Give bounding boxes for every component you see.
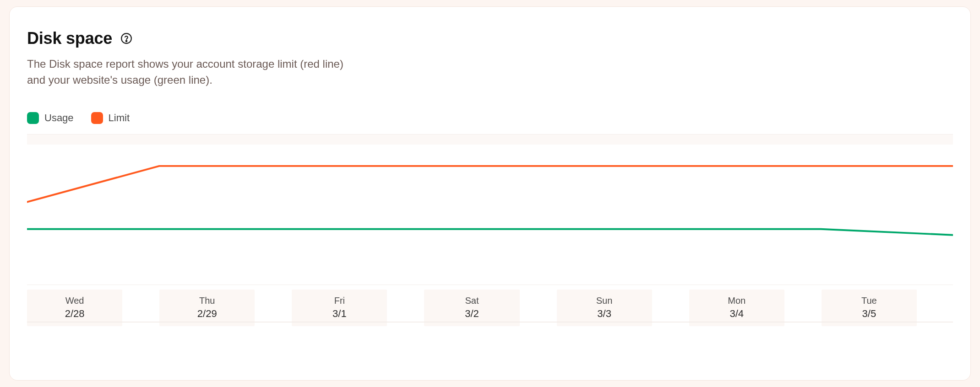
series-usage [27,229,953,235]
xaxis-dow: Mon [728,296,746,306]
xaxis-dow: Tue [861,296,877,306]
xaxis-dow: Thu [199,296,215,306]
legend: Usage Limit [27,112,953,124]
swatch-limit-icon [91,112,103,124]
xaxis-dow: Sat [465,296,479,306]
series-limit [27,166,953,202]
xaxis-tick: Thu2/29 [159,290,255,326]
xaxis-date: 2/29 [197,308,217,320]
xaxis-date: 3/2 [465,308,479,320]
legend-item-limit: Limit [91,112,130,124]
xaxis-tick: Fri3/1 [292,290,387,326]
xaxis-date: 3/5 [862,308,877,320]
swatch-usage-icon [27,112,39,124]
xaxis-tick: Wed2/28 [27,290,122,326]
legend-item-usage: Usage [27,112,74,124]
xaxis-date: 2/28 [65,308,85,320]
xaxis-date: 3/1 [332,308,347,320]
subtitle: The Disk space report shows your account… [27,56,348,88]
disk-space-card: Disk space The Disk space report shows y… [9,6,971,381]
xaxis-dow: Sun [596,296,613,306]
xaxis-tick: Mon3/4 [689,290,784,326]
xaxis-dow: Wed [65,296,84,306]
xaxis-dow: Fri [334,296,345,306]
legend-limit-label: Limit [109,112,130,124]
xaxis-date: 3/4 [730,308,744,320]
chart-bottom-rule [27,322,953,322]
title-row: Disk space [27,29,953,48]
chart-lines [27,134,953,285]
xaxis-date: 3/3 [597,308,611,320]
legend-usage-label: Usage [44,112,74,124]
page-title: Disk space [27,29,112,48]
xaxis-tick: Sat3/2 [424,290,519,326]
xaxis-tick: Sun3/3 [557,290,652,326]
svg-point-1 [126,40,127,42]
xaxis-tick: Tue3/5 [822,290,917,326]
chart: Wed2/28Thu2/29Fri3/1Sat3/2Sun3/3Mon3/4Tu… [27,134,953,335]
chart-xaxis: Wed2/28Thu2/29Fri3/1Sat3/2Sun3/3Mon3/4Tu… [27,285,953,335]
help-icon[interactable] [120,32,133,45]
chart-plot [27,134,953,285]
